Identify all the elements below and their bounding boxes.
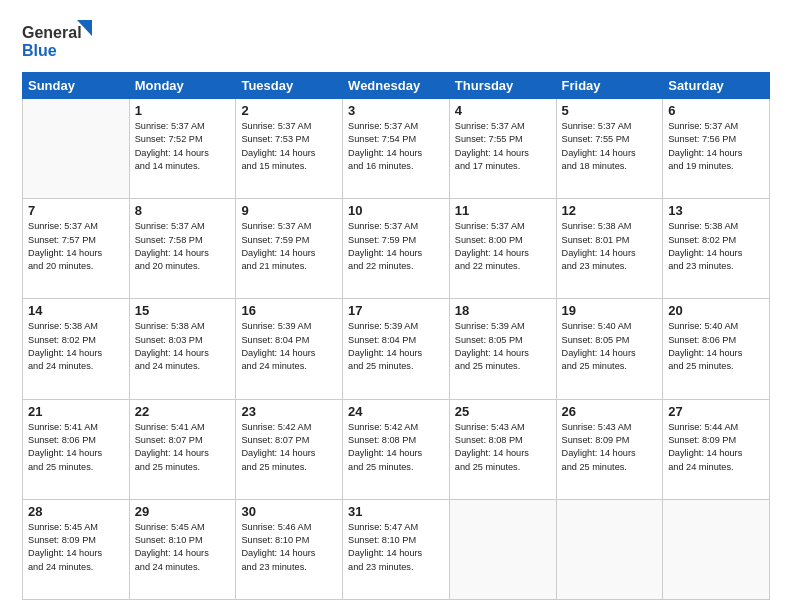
header: General Blue — [22, 18, 770, 62]
calendar-header-sunday: Sunday — [23, 73, 130, 99]
day-info: Sunrise: 5:37 AM Sunset: 7:53 PM Dayligh… — [241, 120, 337, 173]
day-info: Sunrise: 5:37 AM Sunset: 7:56 PM Dayligh… — [668, 120, 764, 173]
day-info: Sunrise: 5:39 AM Sunset: 8:04 PM Dayligh… — [348, 320, 444, 373]
svg-text:Blue: Blue — [22, 42, 57, 59]
day-info: Sunrise: 5:38 AM Sunset: 8:02 PM Dayligh… — [28, 320, 124, 373]
day-info: Sunrise: 5:47 AM Sunset: 8:10 PM Dayligh… — [348, 521, 444, 574]
day-number: 22 — [135, 404, 231, 419]
calendar-cell: 10Sunrise: 5:37 AM Sunset: 7:59 PM Dayli… — [343, 199, 450, 299]
calendar-cell: 23Sunrise: 5:42 AM Sunset: 8:07 PM Dayli… — [236, 399, 343, 499]
day-number: 5 — [562, 103, 658, 118]
calendar-cell — [663, 499, 770, 599]
calendar-cell: 26Sunrise: 5:43 AM Sunset: 8:09 PM Dayli… — [556, 399, 663, 499]
calendar-cell: 14Sunrise: 5:38 AM Sunset: 8:02 PM Dayli… — [23, 299, 130, 399]
day-number: 13 — [668, 203, 764, 218]
calendar-cell: 11Sunrise: 5:37 AM Sunset: 8:00 PM Dayli… — [449, 199, 556, 299]
day-number: 20 — [668, 303, 764, 318]
calendar-week-1: 1Sunrise: 5:37 AM Sunset: 7:52 PM Daylig… — [23, 99, 770, 199]
calendar-cell: 12Sunrise: 5:38 AM Sunset: 8:01 PM Dayli… — [556, 199, 663, 299]
day-number: 12 — [562, 203, 658, 218]
calendar-cell: 18Sunrise: 5:39 AM Sunset: 8:05 PM Dayli… — [449, 299, 556, 399]
day-info: Sunrise: 5:37 AM Sunset: 7:58 PM Dayligh… — [135, 220, 231, 273]
day-info: Sunrise: 5:39 AM Sunset: 8:04 PM Dayligh… — [241, 320, 337, 373]
day-number: 9 — [241, 203, 337, 218]
calendar-header-saturday: Saturday — [663, 73, 770, 99]
day-info: Sunrise: 5:40 AM Sunset: 8:06 PM Dayligh… — [668, 320, 764, 373]
calendar-header-wednesday: Wednesday — [343, 73, 450, 99]
day-info: Sunrise: 5:41 AM Sunset: 8:06 PM Dayligh… — [28, 421, 124, 474]
day-info: Sunrise: 5:37 AM Sunset: 7:59 PM Dayligh… — [348, 220, 444, 273]
day-info: Sunrise: 5:43 AM Sunset: 8:08 PM Dayligh… — [455, 421, 551, 474]
calendar-cell: 6Sunrise: 5:37 AM Sunset: 7:56 PM Daylig… — [663, 99, 770, 199]
calendar-cell: 13Sunrise: 5:38 AM Sunset: 8:02 PM Dayli… — [663, 199, 770, 299]
day-number: 30 — [241, 504, 337, 519]
day-number: 3 — [348, 103, 444, 118]
day-info: Sunrise: 5:38 AM Sunset: 8:03 PM Dayligh… — [135, 320, 231, 373]
calendar-cell: 16Sunrise: 5:39 AM Sunset: 8:04 PM Dayli… — [236, 299, 343, 399]
day-info: Sunrise: 5:44 AM Sunset: 8:09 PM Dayligh… — [668, 421, 764, 474]
calendar-header-friday: Friday — [556, 73, 663, 99]
day-number: 17 — [348, 303, 444, 318]
calendar-cell: 1Sunrise: 5:37 AM Sunset: 7:52 PM Daylig… — [129, 99, 236, 199]
day-number: 28 — [28, 504, 124, 519]
day-number: 25 — [455, 404, 551, 419]
day-info: Sunrise: 5:37 AM Sunset: 8:00 PM Dayligh… — [455, 220, 551, 273]
calendar-week-5: 28Sunrise: 5:45 AM Sunset: 8:09 PM Dayli… — [23, 499, 770, 599]
calendar-cell: 24Sunrise: 5:42 AM Sunset: 8:08 PM Dayli… — [343, 399, 450, 499]
day-number: 23 — [241, 404, 337, 419]
calendar-cell — [556, 499, 663, 599]
calendar-week-4: 21Sunrise: 5:41 AM Sunset: 8:06 PM Dayli… — [23, 399, 770, 499]
day-number: 11 — [455, 203, 551, 218]
day-info: Sunrise: 5:41 AM Sunset: 8:07 PM Dayligh… — [135, 421, 231, 474]
day-number: 19 — [562, 303, 658, 318]
day-info: Sunrise: 5:37 AM Sunset: 7:55 PM Dayligh… — [562, 120, 658, 173]
day-number: 16 — [241, 303, 337, 318]
calendar-cell: 3Sunrise: 5:37 AM Sunset: 7:54 PM Daylig… — [343, 99, 450, 199]
calendar-cell: 28Sunrise: 5:45 AM Sunset: 8:09 PM Dayli… — [23, 499, 130, 599]
calendar-cell: 8Sunrise: 5:37 AM Sunset: 7:58 PM Daylig… — [129, 199, 236, 299]
day-info: Sunrise: 5:37 AM Sunset: 7:52 PM Dayligh… — [135, 120, 231, 173]
calendar-cell: 25Sunrise: 5:43 AM Sunset: 8:08 PM Dayli… — [449, 399, 556, 499]
day-info: Sunrise: 5:42 AM Sunset: 8:08 PM Dayligh… — [348, 421, 444, 474]
calendar-cell: 20Sunrise: 5:40 AM Sunset: 8:06 PM Dayli… — [663, 299, 770, 399]
day-info: Sunrise: 5:46 AM Sunset: 8:10 PM Dayligh… — [241, 521, 337, 574]
day-info: Sunrise: 5:39 AM Sunset: 8:05 PM Dayligh… — [455, 320, 551, 373]
calendar-cell — [23, 99, 130, 199]
calendar-cell: 29Sunrise: 5:45 AM Sunset: 8:10 PM Dayli… — [129, 499, 236, 599]
day-number: 26 — [562, 404, 658, 419]
day-info: Sunrise: 5:38 AM Sunset: 8:02 PM Dayligh… — [668, 220, 764, 273]
day-number: 14 — [28, 303, 124, 318]
calendar-cell: 22Sunrise: 5:41 AM Sunset: 8:07 PM Dayli… — [129, 399, 236, 499]
day-number: 24 — [348, 404, 444, 419]
day-number: 2 — [241, 103, 337, 118]
logo-svg: General Blue — [22, 18, 94, 62]
calendar-header-monday: Monday — [129, 73, 236, 99]
day-number: 7 — [28, 203, 124, 218]
calendar-cell: 31Sunrise: 5:47 AM Sunset: 8:10 PM Dayli… — [343, 499, 450, 599]
day-info: Sunrise: 5:37 AM Sunset: 7:57 PM Dayligh… — [28, 220, 124, 273]
calendar-cell: 27Sunrise: 5:44 AM Sunset: 8:09 PM Dayli… — [663, 399, 770, 499]
calendar-header-thursday: Thursday — [449, 73, 556, 99]
calendar-week-3: 14Sunrise: 5:38 AM Sunset: 8:02 PM Dayli… — [23, 299, 770, 399]
calendar-cell: 5Sunrise: 5:37 AM Sunset: 7:55 PM Daylig… — [556, 99, 663, 199]
day-info: Sunrise: 5:42 AM Sunset: 8:07 PM Dayligh… — [241, 421, 337, 474]
day-number: 21 — [28, 404, 124, 419]
svg-text:General: General — [22, 24, 82, 41]
day-info: Sunrise: 5:43 AM Sunset: 8:09 PM Dayligh… — [562, 421, 658, 474]
day-number: 6 — [668, 103, 764, 118]
calendar-cell: 19Sunrise: 5:40 AM Sunset: 8:05 PM Dayli… — [556, 299, 663, 399]
day-number: 29 — [135, 504, 231, 519]
calendar-cell: 9Sunrise: 5:37 AM Sunset: 7:59 PM Daylig… — [236, 199, 343, 299]
calendar-cell: 21Sunrise: 5:41 AM Sunset: 8:06 PM Dayli… — [23, 399, 130, 499]
calendar-cell: 4Sunrise: 5:37 AM Sunset: 7:55 PM Daylig… — [449, 99, 556, 199]
day-number: 8 — [135, 203, 231, 218]
logo: General Blue — [22, 18, 94, 62]
day-number: 10 — [348, 203, 444, 218]
calendar-cell: 17Sunrise: 5:39 AM Sunset: 8:04 PM Dayli… — [343, 299, 450, 399]
day-number: 4 — [455, 103, 551, 118]
day-info: Sunrise: 5:37 AM Sunset: 7:55 PM Dayligh… — [455, 120, 551, 173]
calendar-cell: 7Sunrise: 5:37 AM Sunset: 7:57 PM Daylig… — [23, 199, 130, 299]
day-number: 31 — [348, 504, 444, 519]
day-info: Sunrise: 5:37 AM Sunset: 7:59 PM Dayligh… — [241, 220, 337, 273]
day-info: Sunrise: 5:38 AM Sunset: 8:01 PM Dayligh… — [562, 220, 658, 273]
